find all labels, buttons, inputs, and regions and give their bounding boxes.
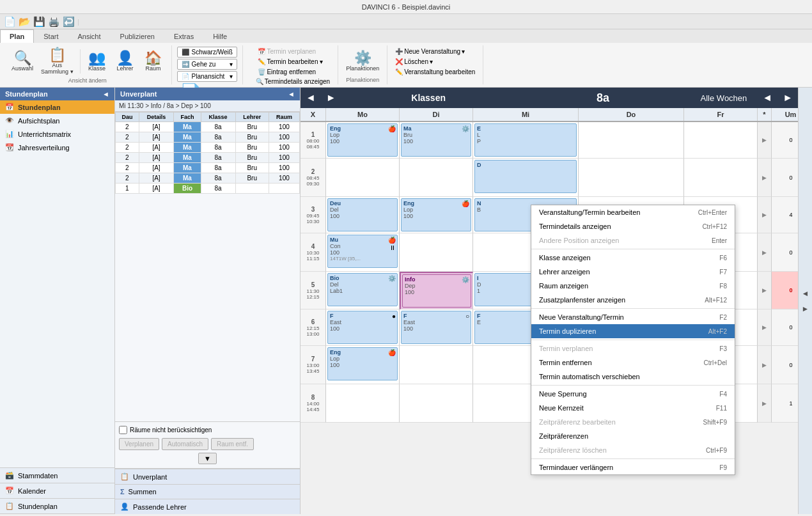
cell-mo-4[interactable]: Mu Con 100 14T1W [35,... 🍎⏸ [326, 233, 400, 272]
cell-mo-8[interactable] [326, 384, 400, 423]
btn-neue-veranstaltung[interactable]: ➕ Neue Veranstaltung ▾ [393, 47, 467, 56]
dropdown-arrow[interactable]: ▼ [198, 453, 217, 464]
btn-termindetails[interactable]: 🔍 Termindetails anzeigen [253, 77, 332, 86]
context-menu-item-termin_entfernen[interactable]: Termin entfernenCtrl+Del [531, 356, 735, 370]
tab-plan[interactable]: Plan [0, 29, 34, 43]
table-row[interactable]: 2[A]Ma8aBru100 [116, 153, 300, 163]
tab-ansicht[interactable]: Ansicht [68, 29, 110, 43]
table-row[interactable]: 2[A]Ma8aBru100 [116, 143, 300, 153]
context-item-label: Veranstaltung/Termin bearbeiten [539, 208, 640, 216]
cell-mi-2[interactable]: D [473, 159, 579, 197]
panel-nav-summen[interactable]: Σ Summen [115, 484, 300, 499]
schedule-nav: ◄ ► Klassen 8a Alle Wochen ◄ ► [301, 88, 798, 108]
schedule-current: 8a [597, 91, 609, 105]
cell-do-2[interactable] [579, 159, 684, 197]
qa-new-icon[interactable]: 📄 [4, 16, 16, 27]
cell-mo-1[interactable]: Eng Lop 100 🍎 [326, 122, 400, 159]
sched-prev-btn[interactable]: ◄ [301, 90, 321, 106]
btn-verplanen[interactable]: Verplanen [119, 438, 159, 450]
sidebar-bottom-stundenplan[interactable]: 📋 Stundenplan [0, 499, 114, 514]
btn-veranstaltung-bearbeiten[interactable]: ✏️ Veranstaltung bearbeiten [393, 67, 478, 77]
week-next-btn[interactable]: ► [777, 90, 798, 106]
cell-di-1[interactable]: Ma Bru 100 ⚙️ [400, 122, 473, 159]
cell-di-5[interactable]: Info Dep 100 ⚙️ [400, 272, 473, 309]
week-prev-btn[interactable]: ◄ [757, 90, 777, 106]
cell-di-8[interactable] [400, 384, 473, 423]
table-row[interactable]: 2[A]Ma8aBru100 [116, 122, 300, 132]
stammdaten-icon: 🗃️ [5, 471, 14, 480]
context-menu-item-neue_kernzeit[interactable]: Neue KernzeitF11 [531, 401, 735, 415]
context-menu-item-neue_sperrung[interactable]: Neue SperrungF4 [531, 387, 735, 401]
context-menu-item-bearbeiten[interactable]: Veranstaltung/Termin bearbeitenCtrl+Ente… [531, 205, 735, 219]
cell-mo-2[interactable] [326, 159, 400, 197]
tab-extras[interactable]: Extras [164, 29, 203, 43]
qa-print-icon[interactable]: 🖨️ [48, 16, 60, 27]
btn-gehe-zu[interactable]: ➡️ Gehe zu ▾ [177, 59, 237, 70]
btn-termin-bearbeiten[interactable]: ✏️ Termin bearbeiten ▾ [255, 57, 325, 66]
btn-raum[interactable]: 🏠 Raum [141, 50, 166, 73]
btn-planansicht[interactable]: 📄 Planansicht ▾ [177, 71, 237, 82]
cell-do-1[interactable] [579, 122, 684, 159]
btn-lehrer[interactable]: 👤 Lehrer [113, 50, 138, 73]
cell-mo-6[interactable]: F East 100 ● [326, 309, 400, 346]
sidebar-item-unterrichtsmatrix[interactable]: 📊 Unterrichtsmatrix [0, 127, 114, 141]
context-menu-item-termin_duplizieren[interactable]: Termin duplizierenAlt+F2 [531, 324, 735, 338]
table-row[interactable]: 2[A]Ma8aBru100 [116, 132, 300, 143]
cell-mi-1[interactable]: E L P [473, 122, 579, 159]
btn-planaktionen[interactable]: ⚙️ Planaktionen [343, 50, 382, 73]
context-menu-item-klasse_anzeigen[interactable]: Klasse anzeigenF6 [531, 251, 735, 265]
btn-klasse[interactable]: 👥 Klasse [84, 50, 110, 73]
context-menu-item-termindetails[interactable]: Termindetails anzeigenCtrl+F12 [531, 219, 735, 233]
context-menu-item-raum_anzeigen[interactable]: Raum anzeigenF8 [531, 279, 735, 293]
cell-raum [269, 184, 299, 194]
btn-schwarz-weiss[interactable]: ⬛ Schwarz/Weiß [177, 47, 237, 58]
raeume-checkbox[interactable] [119, 426, 127, 434]
btn-auswahl[interactable]: 🔍 Auswahl [9, 50, 36, 73]
sidebar-item-stundenplan[interactable]: 📅 Stundenplan [0, 100, 114, 114]
context-menu-item-termin_verschieben[interactable]: Termin automatisch verschieben [531, 370, 735, 384]
btn-raum-entf[interactable]: Raum entf. [211, 438, 254, 450]
context-item-label: Lehrer anzeigen [539, 268, 590, 276]
sidebar-bottom-kalender[interactable]: 📅 Kalender [0, 483, 114, 499]
cell-mo-5[interactable]: Bio Del Lab1 ⚙️ [326, 272, 400, 309]
cell-di-2[interactable] [400, 159, 473, 197]
table-row[interactable]: 2[A]Ma8aBru100 [116, 173, 300, 184]
right-prev-btn[interactable]: ◄ [802, 289, 809, 298]
tab-start[interactable]: Start [34, 29, 68, 43]
cell-fr-1[interactable] [684, 122, 758, 159]
cell-mo-3[interactable]: Deu Del 100 [326, 197, 400, 233]
qa-save-icon[interactable]: 💾 [33, 16, 45, 27]
cell-di-4[interactable] [400, 233, 473, 272]
sched-next-btn[interactable]: ► [321, 90, 341, 106]
context-menu-item-zusatzplan[interactable]: Zusatzplanfenster anzeigenAlt+F12 [531, 293, 735, 307]
context-menu-item-lehrer_anzeigen[interactable]: Lehrer anzeigenF7 [531, 265, 735, 279]
sidebar-item-jahresverteilung[interactable]: 📆 Jahresverteilung [0, 141, 114, 154]
sidebar-item-aufsichtsplan[interactable]: 👁️ Aufsichtsplan [0, 114, 114, 127]
unverplant-collapse-icon[interactable]: ◄ [288, 90, 295, 98]
sidebar-bottom-stammdaten[interactable]: 🗃️ Stammdaten [0, 468, 114, 483]
panel-nav-passende-lehrer[interactable]: 👤 Passende Lehrer [115, 499, 300, 514]
cell-mo-7[interactable]: Eng Lop 100 🍎 [326, 346, 400, 384]
sidebar-collapse-icon[interactable]: ◄ [102, 90, 109, 98]
table-row[interactable]: 1[A]Bio8a [116, 184, 300, 194]
right-next-btn[interactable]: ► [802, 304, 809, 313]
table-row[interactable]: 2[A]Ma8aBru100 [116, 163, 300, 173]
qa-open-icon[interactable]: 📂 [19, 16, 31, 27]
tab-hilfe[interactable]: Hilfe [203, 29, 237, 43]
btn-termin-verplanen[interactable]: 📅 Termin verplanen [255, 47, 318, 56]
cell-di-7[interactable] [400, 346, 473, 384]
panel-nav-unverplant[interactable]: 📋 Unverplant [115, 469, 300, 484]
btn-eintrag-entfernen[interactable]: 🗑️ Eintrag entfernen [255, 67, 318, 77]
btn-loeschen[interactable]: ❌ Löschen ▾ [393, 57, 435, 66]
context-item-label: Termin verplanen [539, 345, 593, 352]
cell-di-3[interactable]: Eng Lop 100 🍎 [400, 197, 473, 233]
context-menu-item-zeitpraeferenzen[interactable]: Zeitpräferenzen [531, 429, 735, 443]
btn-sammlung[interactable]: 📋 AusSammlung ▾ [38, 47, 76, 76]
qa-undo-icon[interactable]: ↩️ [63, 16, 75, 27]
cell-fr-2[interactable] [684, 159, 758, 197]
cell-di-6[interactable]: F East 100 ○ [400, 309, 473, 346]
btn-automatisch[interactable]: Automatisch [162, 438, 208, 450]
context-menu-item-termindauer[interactable]: Termindauer verlängernF9 [531, 460, 735, 474]
context-menu-item-neue_veranstaltung_termin[interactable]: Neue Veranstaltung/TerminF2 [531, 310, 735, 324]
tab-publizieren[interactable]: Publizieren [111, 29, 164, 43]
